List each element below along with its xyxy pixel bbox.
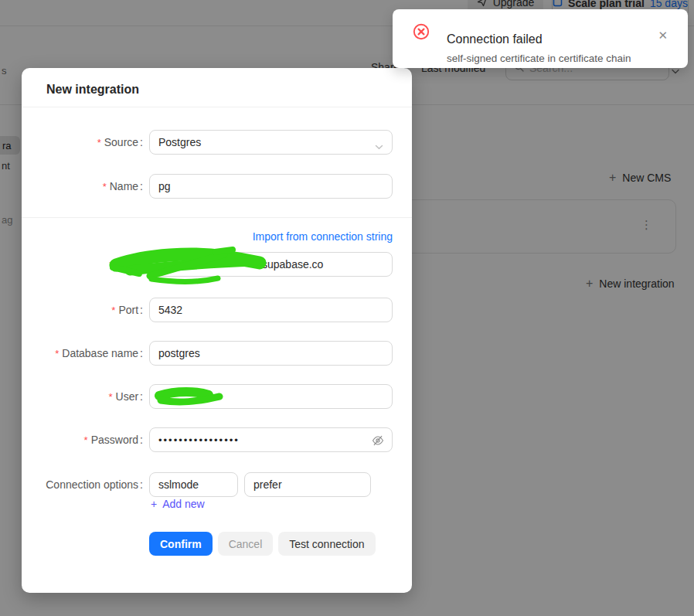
connection-options-row: Connection options: sslmode prefer — [22, 472, 412, 497]
password-masked-value: •••••••••••••••• — [158, 434, 240, 446]
add-new-option-link[interactable]: + Add new — [151, 498, 205, 510]
host-row: * Host: supabase.co — [22, 252, 412, 277]
port-input[interactable]: 5432 — [149, 298, 393, 322]
notification-description: self-signed certificate in certificate c… — [447, 53, 631, 64]
source-label: * Source: — [22, 130, 143, 155]
notification-title: Connection failed — [447, 32, 543, 46]
test-connection-button[interactable]: Test connection — [278, 532, 375, 556]
required-mark: * — [97, 137, 101, 148]
database-name-label: * Database name: — [22, 341, 143, 366]
modal-header-divider — [22, 107, 412, 107]
password-row: * Password: •••••••••••••••• — [22, 427, 412, 452]
option-key-value: sslmode — [158, 478, 199, 491]
required-mark: * — [84, 434, 88, 446]
required-mark: * — [111, 305, 115, 316]
port-input-value: 5432 — [158, 304, 182, 316]
user-input[interactable] — [149, 384, 393, 409]
option-key-input[interactable]: sslmode — [149, 472, 238, 497]
name-input-value: pg — [158, 180, 171, 192]
host-input[interactable]: supabase.co — [149, 252, 393, 277]
eye-off-icon[interactable] — [372, 434, 384, 449]
cancel-button[interactable]: Cancel — [218, 532, 274, 556]
source-select[interactable]: Postgres — [149, 130, 393, 155]
required-mark: * — [103, 181, 107, 192]
name-row: * Name: pg — [22, 174, 412, 199]
user-label: * User: — [22, 384, 143, 409]
host-input-visible-value: supabase.co — [158, 258, 323, 271]
chevron-down-icon — [375, 140, 383, 152]
password-label: * Password: — [22, 427, 143, 452]
port-row: * Port: 5432 — [22, 298, 412, 322]
connection-options-label: Connection options: — [22, 472, 143, 497]
database-name-input-value: postgres — [158, 347, 200, 359]
required-mark: * — [55, 348, 59, 359]
required-mark: * — [109, 259, 113, 271]
database-name-input[interactable]: postgres — [149, 341, 393, 366]
option-value-input[interactable]: prefer — [244, 472, 371, 497]
modal-footer-buttons: Confirm Cancel Test connection — [149, 532, 376, 556]
import-connection-string-link[interactable]: Import from connection string — [253, 230, 393, 243]
notification-close-icon[interactable]: ✕ — [658, 29, 668, 41]
confirm-button[interactable]: Confirm — [149, 532, 213, 556]
error-circle-icon — [413, 23, 430, 40]
database-row: * Database name: postgres — [22, 341, 412, 366]
option-value-value: prefer — [253, 478, 282, 491]
name-input[interactable]: pg — [149, 174, 393, 199]
port-label: * Port: — [22, 298, 143, 322]
required-mark: * — [108, 391, 112, 403]
password-input[interactable]: •••••••••••••••• — [149, 427, 393, 452]
new-integration-modal: New integration * Source: Postgres * Nam… — [22, 68, 412, 593]
host-label: * Host: — [22, 252, 143, 277]
user-row: * User: — [22, 384, 412, 409]
error-notification: Connection failed self-signed certificat… — [393, 9, 688, 68]
plus-icon: + — [151, 498, 157, 510]
add-new-label: Add new — [162, 498, 204, 510]
section-divider — [22, 217, 412, 218]
name-label: * Name: — [22, 174, 143, 199]
modal-title: New integration — [46, 83, 139, 97]
source-select-value: Postgres — [158, 136, 201, 148]
source-row: * Source: Postgres — [22, 130, 412, 155]
